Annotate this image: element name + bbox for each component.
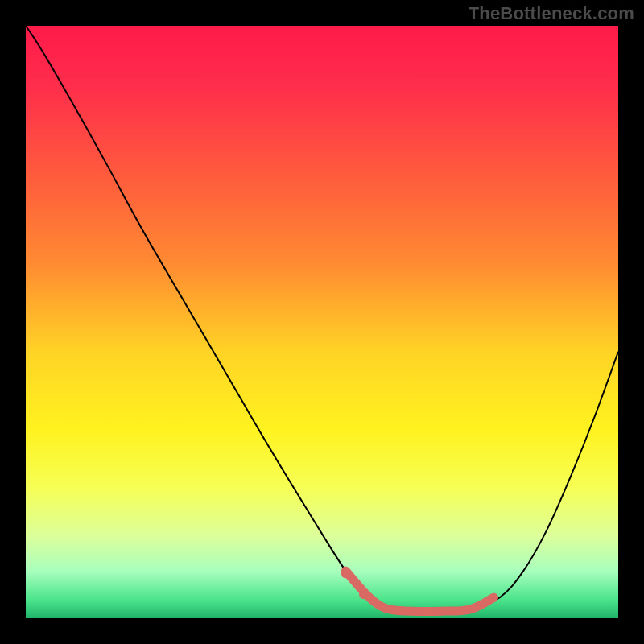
plot-area	[26, 26, 618, 618]
highlight-dot-1	[341, 569, 350, 578]
highlight-dot-2	[359, 590, 368, 599]
chart-svg	[26, 26, 618, 618]
watermark-text: TheBottleneck.com	[469, 3, 634, 24]
background-rect	[26, 26, 618, 618]
chart-frame: TheBottleneck.com	[0, 0, 644, 644]
